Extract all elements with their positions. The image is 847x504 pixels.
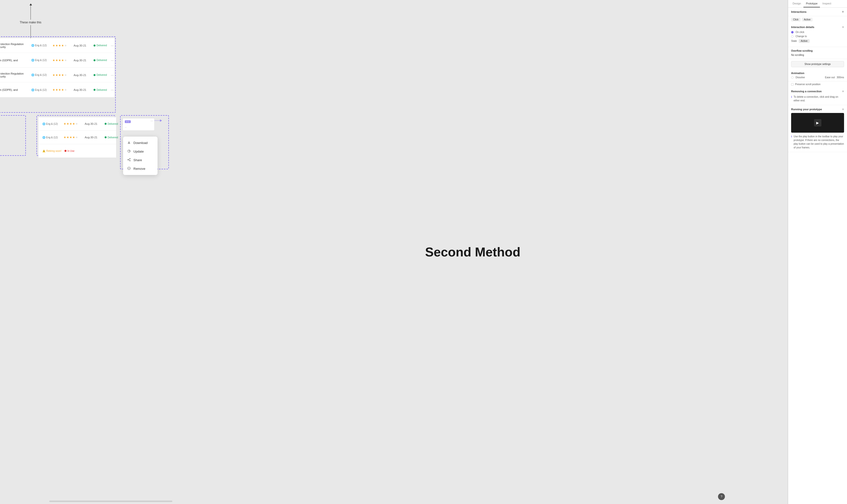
table-area: Protection Regulationecurity 🌐 Eng & (12… <box>0 38 114 97</box>
row-date: Aug-30-21 <box>85 122 101 125</box>
mini-dots[interactable]: ··· <box>125 126 152 128</box>
prototype-preview-box: ▶ <box>791 113 844 133</box>
svg-point-4 <box>128 160 128 160</box>
tab-inspect[interactable]: Inspect <box>820 0 833 7</box>
star: ★ <box>69 136 72 139</box>
more-button[interactable]: ··· <box>111 58 114 62</box>
star: ★ <box>67 136 69 139</box>
menu-label: Download <box>133 141 148 145</box>
menu-item-remove[interactable]: Remove <box>123 164 158 173</box>
row-team: 🌐 Eng & (12) <box>31 74 49 76</box>
svg-line-6 <box>128 160 129 161</box>
star: ★ <box>58 73 61 77</box>
right-panel: Design Prototype Inspect Interactions + … <box>788 0 847 504</box>
globe-icon: 🌐 <box>31 44 34 47</box>
badge-dot <box>93 89 95 91</box>
star: ★ <box>52 73 55 77</box>
row-team: 🌐 Eng & (12) <box>31 44 49 47</box>
star: ★ <box>55 88 58 92</box>
star-half: ★ <box>61 58 64 62</box>
dissolve-toggle[interactable] <box>791 76 794 79</box>
in-use-dot <box>65 150 67 152</box>
running-close[interactable]: × <box>842 108 844 111</box>
row-date: Aug-30-21 <box>74 44 90 47</box>
row-date: Aug-30-21 <box>85 136 101 139</box>
preserve-checkbox[interactable] <box>791 83 794 86</box>
change-to-radio[interactable] <box>791 35 794 38</box>
running-section: Running your prototype × ▶ ℹ Use the pla… <box>788 105 847 152</box>
menu-item-download[interactable]: Download <box>123 139 158 147</box>
tab-prototype[interactable]: Prototype <box>804 0 820 7</box>
state-row: State Active <box>791 39 844 43</box>
more-button[interactable]: ··· <box>111 88 114 92</box>
badge-dot <box>93 59 95 61</box>
table-row: ion (GDPR), and 🌐 Eng & (12) ★ ★ ★ ★ ★ A… <box>0 83 114 97</box>
star: ★ <box>58 44 61 47</box>
dissolve-label: Dissolve <box>796 76 805 79</box>
more-button[interactable]: ··· <box>111 73 114 77</box>
delivered-badge: Delivered <box>105 123 118 125</box>
row-date: Aug-30-21 <box>74 88 90 91</box>
preserve-label: Preserve scroll position <box>795 83 821 86</box>
delivered-badge: Delivered <box>105 136 118 139</box>
star-half: ★ <box>61 44 64 47</box>
globe-icon: 🌐 <box>31 59 34 61</box>
running-title: Running your prototype <box>791 108 822 111</box>
row-title: Protection Regulationecurity <box>0 72 27 78</box>
removing-close[interactable]: × <box>842 90 844 93</box>
menu-item-share[interactable]: Share <box>123 156 158 164</box>
ease-out-label: Ease out <box>825 76 835 79</box>
star: ★ <box>55 73 58 77</box>
show-prototype-settings-button[interactable]: Show prototype settings <box>791 61 844 67</box>
mini-more-btn[interactable]: ··· <box>151 119 153 122</box>
overflow-title: Overflow scrolling <box>791 50 844 52</box>
bottom-scrollbar[interactable] <box>49 501 172 502</box>
row-date: Aug-30-21 <box>74 59 90 62</box>
globe-icon: 🌐 <box>31 74 34 76</box>
more-button[interactable]: ··· <box>111 43 114 48</box>
globe-icon: 🌐 <box>42 123 45 125</box>
star: ★ <box>55 58 58 62</box>
svg-line-5 <box>128 159 129 160</box>
removing-text-content: ℹ To delete a connection, click and drag… <box>791 95 844 102</box>
canvas-area: These make this Protection Regulationecu… <box>0 0 788 504</box>
row-team: 🌐 Eng & (12) <box>31 59 49 61</box>
selection-box-secondary <box>0 115 26 156</box>
menu-label: Share <box>133 158 142 162</box>
running-header: Running your prototype × <box>791 108 844 111</box>
animation-section: Animation Dissolve Ease out 300ms <box>788 69 847 82</box>
delivered-badge: Delivered <box>93 74 107 76</box>
annotation-text: These make this <box>20 21 41 24</box>
running-text: ℹ Use the play button in the toolbar to … <box>791 134 844 149</box>
preserve-row: Preserve scroll position <box>788 82 847 87</box>
removing-title: Removing a connection <box>791 90 822 93</box>
state-label: State <box>791 40 797 42</box>
animation-row: Dissolve Ease out 300ms <box>791 76 844 79</box>
removing-section: Removing a connection × ℹ To delete a co… <box>788 87 847 105</box>
badge-dot <box>93 44 95 47</box>
delivered-badge: Delivered <box>93 44 107 47</box>
star-half: ★ <box>61 88 64 92</box>
stars: ★ ★ ★ ★ ★ <box>52 44 70 47</box>
add-interaction-button[interactable]: + <box>842 10 844 14</box>
interaction-details-close[interactable]: × <box>842 25 844 29</box>
duration-value: 300ms <box>837 76 844 79</box>
connection-arrow-svg <box>155 116 162 130</box>
mini-card-area: ··· 0+2 ··· <box>123 118 155 131</box>
row-team: 🌐 Eng & (12) <box>31 89 49 91</box>
on-click-label: On click <box>796 31 805 34</box>
context-menu: Download Update Share <box>123 137 158 175</box>
update-icon <box>127 149 131 154</box>
menu-item-update[interactable]: Update <box>123 147 158 156</box>
tab-design[interactable]: Design <box>790 0 804 7</box>
on-click-radio[interactable] <box>791 31 794 34</box>
play-button-preview[interactable]: ▶ <box>814 119 822 126</box>
star: ★ <box>52 58 55 62</box>
globe-icon: 🌐 <box>42 136 45 139</box>
help-button[interactable]: ? <box>718 493 725 500</box>
stars: ★ ★ ★ ★ ★ <box>52 58 70 62</box>
svg-marker-1 <box>160 119 162 122</box>
row-title: ion (GDPR), and <box>0 59 27 62</box>
active-trigger-badge: Active <box>802 18 813 21</box>
menu-label: Update <box>133 150 144 153</box>
